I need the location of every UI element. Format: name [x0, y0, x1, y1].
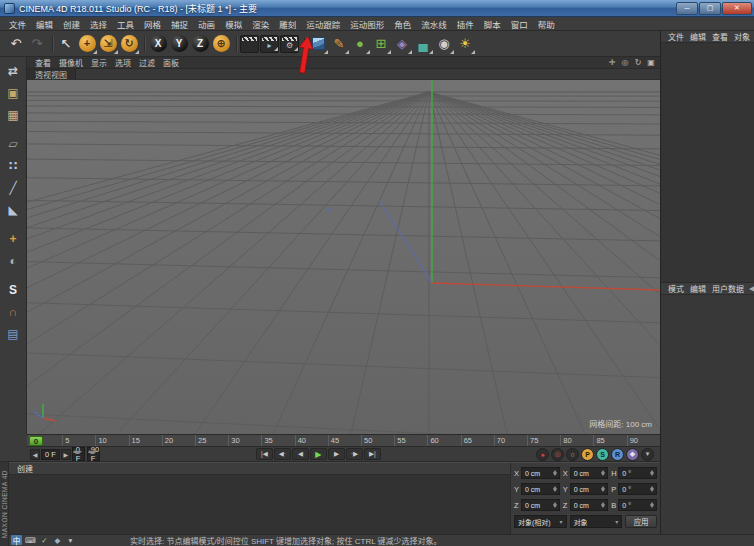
- live-selection-tool[interactable]: ↖: [56, 33, 76, 55]
- menu-pipeline[interactable]: 流水线: [416, 18, 452, 30]
- input-language-indicator[interactable]: 中: [11, 535, 22, 545]
- toolbar-separator[interactable]: [49, 33, 55, 55]
- rotation-p-field[interactable]: 0 °: [618, 483, 657, 495]
- lock-z-axis-button[interactable]: Z: [190, 33, 210, 55]
- frame-step-forward-button[interactable]: ▶: [61, 449, 71, 460]
- pan-view-icon[interactable]: ✛: [607, 58, 617, 67]
- deformer-button[interactable]: ◈: [392, 33, 412, 55]
- vp-menu-filter[interactable]: 过滤: [135, 57, 159, 68]
- object-list-area[interactable]: [661, 43, 754, 283]
- vp-menu-camera[interactable]: 摄像机: [55, 57, 87, 68]
- am-menu-mode[interactable]: 模式: [665, 283, 687, 294]
- menu-script[interactable]: 脚本: [479, 18, 506, 30]
- timeline-playhead[interactable]: 0: [29, 436, 43, 446]
- next-key-button[interactable]: ·▶: [346, 448, 363, 460]
- range-start-field[interactable]: 0 F: [72, 447, 85, 461]
- lock-x-axis-button[interactable]: X: [148, 33, 168, 55]
- menu-file[interactable]: 文件: [4, 18, 31, 30]
- size-y-field[interactable]: 0 cm: [570, 483, 609, 495]
- environment-button[interactable]: ▄: [413, 33, 433, 55]
- apply-button[interactable]: 应用: [625, 515, 657, 528]
- toggle-view-icon[interactable]: ▣: [646, 58, 656, 67]
- coordinate-system-button[interactable]: ⊕: [211, 33, 231, 55]
- toolbar-separator[interactable]: [301, 33, 307, 55]
- ime-tools-icon[interactable]: ◆: [52, 535, 63, 545]
- om-menu-file[interactable]: 文件: [665, 31, 687, 42]
- scale-tool[interactable]: ⇲: [98, 33, 118, 55]
- points-mode-button[interactable]: ∷: [2, 155, 24, 176]
- play-button[interactable]: ▶: [310, 448, 327, 460]
- texture-mode-button[interactable]: ▦: [2, 104, 24, 125]
- spline-pen-button[interactable]: ✎: [329, 33, 349, 55]
- vp-menu-options[interactable]: 选项: [111, 57, 135, 68]
- toolbar-separator[interactable]: [233, 33, 239, 55]
- rotate-tool[interactable]: ↻: [119, 33, 139, 55]
- model-mode-button[interactable]: ▣: [2, 82, 24, 103]
- make-editable-button[interactable]: ⇄: [2, 60, 24, 81]
- menu-select[interactable]: 选择: [85, 18, 112, 30]
- redo-button[interactable]: ↷: [27, 33, 47, 55]
- position-x-field[interactable]: 0 cm: [521, 467, 560, 479]
- menu-character[interactable]: 角色: [389, 18, 416, 30]
- vp-menu-display[interactable]: 显示: [87, 57, 111, 68]
- goto-end-button[interactable]: ▶|: [364, 448, 381, 460]
- menu-sculpt[interactable]: 雕刻: [274, 18, 301, 30]
- goto-start-button[interactable]: |◀: [256, 448, 273, 460]
- autokey-button[interactable]: ◎: [551, 448, 564, 461]
- value-spinner[interactable]: [553, 484, 558, 494]
- menu-plugins[interactable]: 插件: [452, 18, 479, 30]
- prev-key-button[interactable]: ◀·: [274, 448, 291, 460]
- range-end-field[interactable]: 90 F: [87, 447, 100, 461]
- record-rotation-toggle[interactable]: R: [611, 448, 624, 461]
- magnet-snap-button[interactable]: ∩: [2, 301, 24, 322]
- add-cube-button[interactable]: [308, 33, 328, 55]
- edges-mode-button[interactable]: ╱: [2, 177, 24, 198]
- maximize-button[interactable]: ▢: [699, 2, 721, 15]
- frame-step-back-button[interactable]: ◀: [30, 449, 40, 460]
- value-spinner[interactable]: [650, 484, 655, 494]
- value-spinner[interactable]: [601, 500, 606, 510]
- toolbar-separator[interactable]: [141, 33, 147, 55]
- record-position-toggle[interactable]: P: [581, 448, 594, 461]
- next-frame-button[interactable]: ▶: [328, 448, 345, 460]
- size-z-field[interactable]: 0 cm: [570, 499, 609, 511]
- current-frame-field[interactable]: 0 F: [41, 449, 60, 460]
- subdivision-surface-button[interactable]: ●: [350, 33, 370, 55]
- lock-y-axis-button[interactable]: Y: [169, 33, 189, 55]
- menu-render[interactable]: 渲染: [247, 18, 274, 30]
- material-list-area[interactable]: [0, 475, 510, 534]
- enable-snap-button[interactable]: S: [2, 279, 24, 300]
- workplane-mode-button[interactable]: ▱: [2, 133, 24, 154]
- zoom-view-icon[interactable]: ◎: [620, 58, 630, 67]
- viewport-solo-button[interactable]: ◐: [2, 250, 24, 271]
- minimize-button[interactable]: ─: [676, 2, 698, 15]
- value-spinner[interactable]: [601, 468, 606, 478]
- menu-help[interactable]: 帮助: [533, 18, 560, 30]
- keyboard-layout-icon[interactable]: ⌨: [24, 535, 37, 545]
- size-x-field[interactable]: 0 cm: [570, 467, 609, 479]
- menu-window[interactable]: 窗口: [506, 18, 533, 30]
- rotate-view-icon[interactable]: ↻: [633, 58, 643, 67]
- light-button[interactable]: ☀: [455, 33, 475, 55]
- menu-simulate[interactable]: 模拟: [220, 18, 247, 30]
- am-menu-userdata[interactable]: 用户数据: [709, 283, 747, 294]
- generators-button[interactable]: ⊞: [371, 33, 391, 55]
- close-button[interactable]: ✕: [722, 2, 752, 15]
- viewport-canvas[interactable]: 网格间距: 100 cm: [27, 80, 660, 434]
- workplane-snap-button[interactable]: ▤: [2, 323, 24, 344]
- vp-menu-panel[interactable]: 面板: [159, 57, 183, 68]
- render-view-button[interactable]: [240, 35, 259, 53]
- ime-option-icon[interactable]: ✓: [39, 535, 50, 545]
- mm-menu-create[interactable]: 创建: [12, 463, 38, 474]
- coord-mode-relative-dropdown[interactable]: 对象(相对) ▾: [514, 515, 567, 528]
- vp-menu-view[interactable]: 查看: [31, 57, 55, 68]
- view-name-tab[interactable]: 透视视图: [27, 69, 76, 79]
- record-parameter-toggle[interactable]: ◆: [626, 448, 639, 461]
- record-scale-toggle[interactable]: S: [596, 448, 609, 461]
- menu-motion-tracker[interactable]: 运动跟踪: [301, 18, 345, 30]
- history-back-icon[interactable]: ◀: [747, 284, 754, 293]
- camera-button[interactable]: ◉: [434, 33, 454, 55]
- menu-mograph[interactable]: 运动图形: [345, 18, 389, 30]
- position-y-field[interactable]: 0 cm: [521, 483, 560, 495]
- prev-frame-button[interactable]: ◀: [292, 448, 309, 460]
